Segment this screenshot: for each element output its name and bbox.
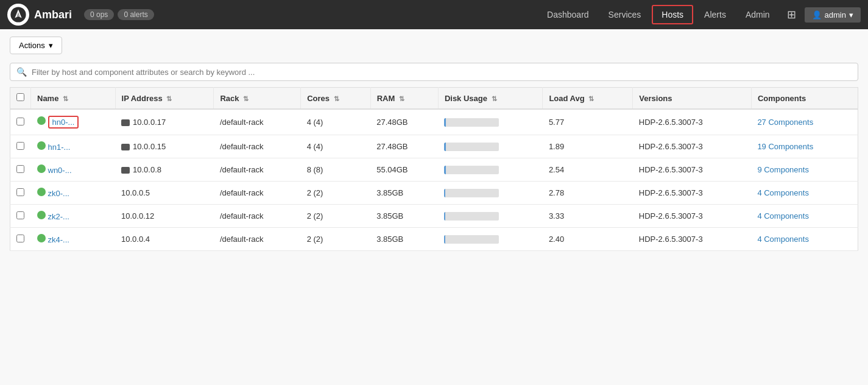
components-link[interactable]: 4 Components bbox=[757, 235, 809, 244]
actions-button[interactable]: Actions ▾ bbox=[10, 37, 62, 54]
row-name-cell: zk0-... bbox=[31, 182, 116, 205]
nav-services[interactable]: Services bbox=[600, 6, 650, 23]
host-link[interactable]: hn1-... bbox=[48, 143, 71, 152]
host-link[interactable]: zk0-... bbox=[48, 189, 69, 198]
row-checkbox[interactable] bbox=[16, 235, 24, 242]
row-components-cell: 4 Components bbox=[751, 228, 858, 251]
row-name-cell: hn1-... bbox=[31, 135, 116, 158]
row-version-cell: HDP-2.6.5.3007-3 bbox=[633, 182, 752, 205]
filter-input[interactable] bbox=[32, 68, 852, 77]
row-load-cell: 2.40 bbox=[543, 228, 633, 251]
row-checkbox[interactable] bbox=[16, 188, 24, 196]
row-name-cell: zk2-... bbox=[31, 205, 116, 228]
row-checkbox[interactable] bbox=[16, 165, 24, 173]
user-label: admin bbox=[825, 10, 846, 19]
row-ram-cell: 3.85GB bbox=[370, 205, 438, 228]
row-name-cell: wn0-... bbox=[31, 158, 116, 182]
table-row: zk4-...10.0.0.4/default-rack2 (2)3.85GB2… bbox=[10, 228, 858, 251]
disk-bar-fill bbox=[444, 189, 445, 197]
sort-cores-icon: ⇅ bbox=[334, 95, 339, 102]
table-row: hn1-...10.0.0.15/default-rack4 (4)27.48G… bbox=[10, 135, 858, 158]
hdd-icon bbox=[121, 167, 130, 174]
components-link[interactable]: 4 Components bbox=[757, 211, 809, 221]
disk-bar-container bbox=[444, 189, 499, 197]
components-link[interactable]: 4 Components bbox=[757, 188, 809, 197]
row-checkbox[interactable] bbox=[16, 118, 24, 125]
row-checkbox-cell bbox=[10, 109, 31, 135]
table-row: zk2-...10.0.0.12/default-rack2 (2)3.85GB… bbox=[10, 205, 858, 228]
status-icon bbox=[37, 164, 46, 173]
row-ram-cell: 3.85GB bbox=[370, 182, 438, 205]
ops-badge[interactable]: 0 ops bbox=[84, 9, 114, 20]
alerts-badge[interactable]: 0 alerts bbox=[118, 9, 153, 20]
disk-bar-fill bbox=[444, 235, 445, 244]
grid-icon[interactable]: ⊞ bbox=[781, 4, 802, 25]
sort-ip-icon: ⇅ bbox=[166, 95, 172, 102]
row-ip-cell: 10.0.0.4 bbox=[115, 228, 214, 251]
col-ip[interactable]: IP Address ⇅ bbox=[115, 88, 214, 110]
sort-rack-icon: ⇅ bbox=[243, 95, 249, 102]
nav-dashboard[interactable]: Dashboard bbox=[538, 6, 598, 23]
col-load[interactable]: Load Avg ⇅ bbox=[543, 88, 633, 110]
row-load-cell: 5.77 bbox=[543, 109, 633, 135]
row-rack-cell: /default-rack bbox=[214, 205, 301, 228]
nav-admin[interactable]: Admin bbox=[737, 6, 778, 23]
row-disk-cell bbox=[438, 228, 543, 251]
row-load-cell: 2.78 bbox=[543, 182, 633, 205]
disk-bar-fill bbox=[444, 212, 445, 221]
components-link[interactable]: 27 Components bbox=[757, 118, 813, 127]
select-all-checkbox[interactable] bbox=[16, 93, 24, 101]
row-ram-cell: 3.85GB bbox=[370, 228, 438, 251]
row-checkbox-cell bbox=[10, 158, 31, 182]
col-versions: Versions bbox=[633, 88, 752, 110]
row-disk-cell bbox=[438, 205, 543, 228]
nav-links: Dashboard Services Hosts Alerts Admin ⊞ … bbox=[538, 4, 861, 25]
host-link[interactable]: zk4-... bbox=[48, 235, 69, 244]
filter-bar: 🔍 bbox=[10, 63, 858, 81]
row-rack-cell: /default-rack bbox=[214, 109, 301, 135]
host-link[interactable]: hn0-... bbox=[48, 116, 79, 129]
status-icon bbox=[37, 141, 46, 150]
row-checkbox-cell bbox=[10, 228, 31, 251]
nav-alerts[interactable]: Alerts bbox=[696, 6, 735, 23]
table-row: wn0-...10.0.0.8/default-rack8 (8)55.04GB… bbox=[10, 158, 858, 182]
row-checkbox[interactable] bbox=[16, 211, 24, 219]
row-ram-cell: 55.04GB bbox=[370, 158, 438, 182]
row-load-cell: 3.33 bbox=[543, 205, 633, 228]
disk-bar-fill bbox=[444, 143, 446, 151]
col-components: Components bbox=[751, 88, 858, 110]
row-name-cell: hn0-... bbox=[31, 109, 116, 135]
search-icon: 🔍 bbox=[16, 67, 27, 77]
navbar: Ambari 0 ops 0 alerts Dashboard Services… bbox=[0, 0, 868, 29]
row-ip-cell: 10.0.0.17 bbox=[115, 109, 214, 135]
row-disk-cell bbox=[438, 135, 543, 158]
disk-bar-container bbox=[444, 235, 499, 244]
col-disk[interactable]: Disk Usage ⇅ bbox=[438, 88, 543, 110]
brand-title: Ambari bbox=[34, 9, 72, 21]
col-name[interactable]: Name ⇅ bbox=[31, 88, 116, 110]
components-link[interactable]: 19 Components bbox=[757, 142, 813, 151]
row-checkbox[interactable] bbox=[16, 142, 24, 150]
user-menu-button[interactable]: 👤 admin ▾ bbox=[805, 7, 861, 23]
row-ram-cell: 27.48GB bbox=[370, 135, 438, 158]
row-version-cell: HDP-2.6.5.3007-3 bbox=[633, 205, 752, 228]
row-checkbox-cell bbox=[10, 135, 31, 158]
status-icon bbox=[37, 188, 46, 196]
row-components-cell: 4 Components bbox=[751, 205, 858, 228]
row-disk-cell bbox=[438, 182, 543, 205]
row-disk-cell bbox=[438, 158, 543, 182]
host-link[interactable]: zk2-... bbox=[48, 212, 69, 221]
col-cores[interactable]: Cores ⇅ bbox=[301, 88, 371, 110]
status-icon bbox=[37, 234, 46, 242]
host-link[interactable]: wn0-... bbox=[48, 166, 72, 175]
components-link[interactable]: 9 Components bbox=[757, 165, 809, 174]
user-dropdown-icon: ▾ bbox=[849, 10, 853, 19]
nav-hosts[interactable]: Hosts bbox=[652, 5, 693, 24]
row-cores-cell: 2 (2) bbox=[301, 205, 371, 228]
actions-label: Actions bbox=[19, 41, 45, 50]
row-rack-cell: /default-rack bbox=[214, 228, 301, 251]
row-load-cell: 1.89 bbox=[543, 135, 633, 158]
row-components-cell: 9 Components bbox=[751, 158, 858, 182]
col-rack[interactable]: Rack ⇅ bbox=[214, 88, 301, 110]
col-ram[interactable]: RAM ⇅ bbox=[370, 88, 438, 110]
